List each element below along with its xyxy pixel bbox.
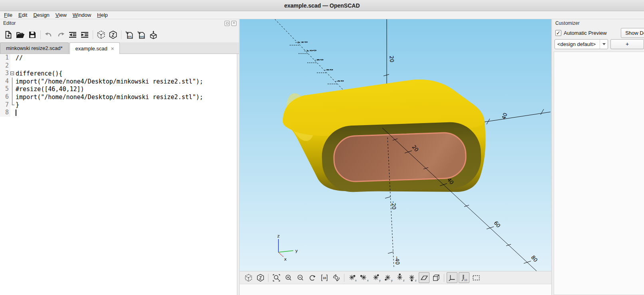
- code-line: 3 difference(){: [0, 70, 239, 78]
- view-3d-button[interactable]: [147, 29, 159, 41]
- line-number: 4: [0, 78, 10, 86]
- orthogonal-button[interactable]: [431, 272, 441, 283]
- svg-text:z: z: [415, 279, 416, 282]
- open-file-button[interactable]: [14, 29, 26, 41]
- svg-text:20: 20: [388, 56, 395, 63]
- show-details-button[interactable]: Show Details: [621, 28, 644, 38]
- customizer-preset-row: <design default> +: [552, 38, 644, 50]
- menu-edit[interactable]: Edit: [18, 12, 27, 18]
- svg-text:z: z: [277, 233, 280, 239]
- reset-view-icon: [308, 273, 317, 282]
- undo-button[interactable]: [43, 29, 55, 41]
- view-front-icon: y: [384, 273, 393, 282]
- render-icon: [108, 30, 118, 40]
- export-stl-icon: STL: [125, 30, 134, 40]
- indent-button[interactable]: [79, 29, 91, 41]
- viewport-column: 20 40 -40 -60 -80 -100 -120: [240, 19, 551, 295]
- close-icon[interactable]: ×: [231, 21, 237, 26]
- preview-icon: [96, 30, 106, 40]
- indent-icon: [80, 30, 89, 40]
- rotate-view-button[interactable]: [331, 272, 342, 283]
- menu-view[interactable]: View: [56, 12, 67, 18]
- line-number: 3: [0, 70, 10, 78]
- zoom-in-icon: [284, 273, 293, 282]
- svg-text:y: y: [391, 279, 392, 282]
- reset-view-button[interactable]: [307, 272, 318, 283]
- render-button[interactable]: [107, 29, 119, 41]
- show-scale-markers-button[interactable]: 10: [459, 272, 469, 283]
- zoom-out-button[interactable]: [295, 272, 306, 283]
- view-left-icon: x: [360, 273, 369, 282]
- line-number: 2: [0, 62, 10, 70]
- code-line: 4 import("/home/none4/Desktop/minkowski …: [0, 78, 239, 86]
- editor-toolbar: STL SVG: [0, 27, 239, 42]
- tab-example-scad[interactable]: example.scad ×: [70, 42, 120, 54]
- customizer-parameter-area: [554, 52, 644, 295]
- preview-button[interactable]: [95, 29, 107, 41]
- viewport-3d-canvas[interactable]: 20 40 -40 -60 -80 -100 -120: [240, 19, 551, 271]
- tab-minkowski-resize2[interactable]: minkowski resize2.scad*: [0, 42, 69, 54]
- rotate-view-icon: [332, 273, 341, 282]
- view-back-button[interactable]: y: [371, 272, 382, 283]
- viewport-toolbar: 10 x x y: [240, 271, 551, 284]
- preview-button[interactable]: [243, 272, 254, 283]
- code-line: 8: [0, 109, 239, 117]
- menu-window[interactable]: Window: [73, 12, 91, 18]
- perspective-icon: [420, 273, 429, 282]
- svg-text:SVG: SVG: [139, 36, 145, 38]
- export-svg-icon: SVG: [137, 30, 146, 40]
- fold-marker-icon[interactable]: [10, 72, 14, 75]
- add-preset-button[interactable]: +: [610, 39, 644, 49]
- show-axes-icon: [448, 273, 457, 282]
- float-icon[interactable]: [225, 21, 230, 26]
- view-back-icon: y: [372, 273, 381, 282]
- dashed-box-button[interactable]: [471, 272, 481, 283]
- open-file-icon: [16, 30, 25, 40]
- code-editor[interactable]: 1 // 2 3 difference(){ 4 import("/home/n…: [0, 54, 239, 295]
- editor-scrollbar[interactable]: [237, 54, 239, 295]
- view-bottom-icon: z: [408, 273, 417, 282]
- redo-button[interactable]: [55, 29, 67, 41]
- tab-close-icon[interactable]: ×: [111, 46, 114, 52]
- export-stl-button[interactable]: STL: [123, 29, 135, 41]
- svg-text:-20: -20: [390, 201, 397, 210]
- show-axes-button[interactable]: [447, 272, 457, 283]
- perspective-button[interactable]: [419, 272, 429, 283]
- customizer-panel-title: Customizer: [555, 20, 580, 26]
- view-all-button[interactable]: 10: [319, 272, 330, 283]
- dashed-box-icon: [472, 273, 481, 282]
- preset-dropdown[interactable]: <design default>: [555, 39, 608, 49]
- save-button[interactable]: [26, 29, 38, 41]
- new-file-button[interactable]: [2, 29, 14, 41]
- line-number: 5: [0, 85, 10, 93]
- zoom-out-icon: [296, 273, 305, 282]
- code-line: 7 }: [0, 101, 239, 109]
- view-left-button[interactable]: x: [359, 272, 370, 283]
- menu-help[interactable]: Help: [97, 12, 108, 18]
- render-button[interactable]: [255, 272, 266, 283]
- line-number: 8: [0, 109, 10, 117]
- customizer-panel: Customizer ✓ Automatic Preview Show Deta…: [552, 19, 644, 295]
- menu-design[interactable]: Design: [33, 12, 49, 18]
- view-front-button[interactable]: y: [383, 272, 394, 283]
- view-top-button[interactable]: z: [395, 272, 405, 283]
- unindent-button[interactable]: [67, 29, 79, 41]
- view-top-icon: z: [396, 273, 405, 282]
- svg-text:-40: -40: [394, 256, 400, 265]
- object-interior: [333, 132, 467, 182]
- view-right-button[interactable]: x: [347, 272, 358, 283]
- view-all-icon: 10: [320, 273, 329, 282]
- preset-dropdown-value: <design default>: [557, 41, 596, 47]
- menu-file[interactable]: File: [4, 12, 12, 18]
- code-line: 1 //: [0, 54, 239, 62]
- zoom-in-button[interactable]: [283, 272, 294, 283]
- automatic-preview-checkbox[interactable]: ✓: [555, 30, 561, 36]
- chevron-down-icon: [600, 40, 608, 49]
- text-cursor: [16, 110, 16, 116]
- redo-icon: [56, 30, 66, 40]
- export-svg-button[interactable]: SVG: [135, 29, 147, 41]
- preview-icon: [244, 273, 253, 282]
- zoom-all-button[interactable]: [271, 272, 282, 283]
- view-bottom-button[interactable]: z: [407, 272, 417, 283]
- viewport-scene: 20 40 -40 -60 -80 -100 -120: [240, 19, 551, 271]
